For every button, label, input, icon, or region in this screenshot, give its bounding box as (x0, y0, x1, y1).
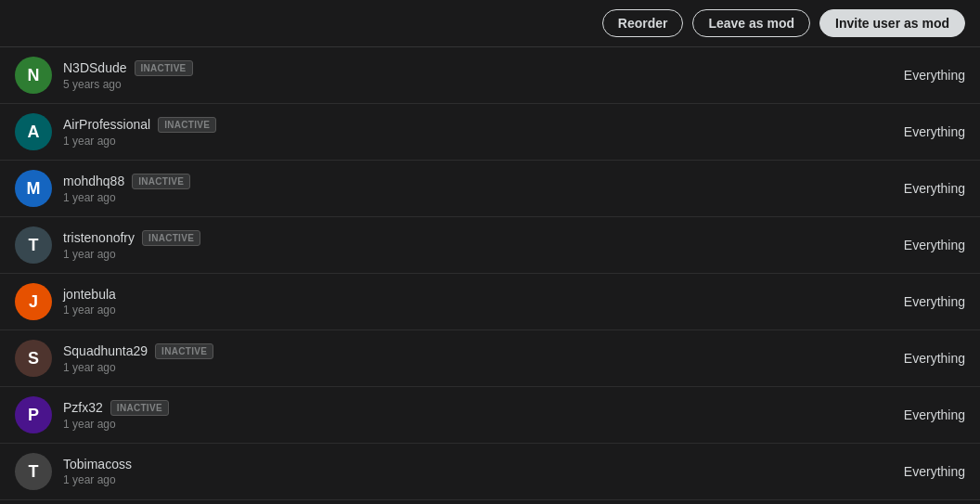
avatar: S (15, 340, 52, 377)
reorder-button[interactable]: Reorder (602, 9, 684, 37)
user-time: 1 year ago (63, 191, 190, 204)
inactive-badge: INACTIVE (158, 117, 216, 133)
username-row: mohdhq88 INACTIVE (63, 174, 190, 189)
avatar-initials: T (29, 236, 39, 255)
permissions-label: Everything (904, 407, 965, 422)
user-details: Pzfx32 INACTIVE 1 year ago (63, 400, 169, 431)
username-row: Tobimacoss (63, 457, 132, 472)
user-row[interactable]: S Squadhunta29 INACTIVE 1 year ago Every… (0, 330, 980, 387)
user-info-left: P Pzfx32 INACTIVE 1 year ago (15, 396, 169, 433)
user-info-left: T tristenonofry INACTIVE 1 year ago (15, 226, 200, 264)
permissions-label: Everything (904, 464, 965, 479)
permissions-label: Everything (904, 181, 965, 196)
user-details: Squadhunta29 INACTIVE 1 year ago (63, 343, 213, 374)
username-row: tristenonofry INACTIVE (63, 230, 200, 246)
permissions-label: Everything (904, 351, 965, 366)
user-info-left: J jontebula 1 year ago (15, 283, 116, 320)
user-info-left: T Tobimacoss 1 year ago (15, 453, 132, 490)
username: AirProfessional (63, 117, 150, 132)
inactive-badge: INACTIVE (110, 400, 169, 416)
user-info-left: A AirProfessional INACTIVE 1 year ago (15, 113, 216, 150)
avatar-initials: N (28, 66, 40, 85)
user-row[interactable]: M mohdhq88 INACTIVE 1 year ago Everythin… (0, 161, 980, 217)
inactive-badge: INACTIVE (155, 343, 213, 359)
username: N3DSdude (63, 60, 127, 75)
avatar-initials: M (27, 179, 41, 199)
inactive-badge: INACTIVE (142, 230, 200, 246)
header-bar: Reorder Leave as mod Invite user as mod (0, 0, 980, 47)
inactive-badge: INACTIVE (132, 174, 190, 189)
avatar-initials: P (28, 406, 39, 425)
inactive-badge: INACTIVE (135, 60, 193, 76)
user-list: N N3DSdude INACTIVE 5 years ago Everythi… (0, 47, 980, 500)
user-info-left: M mohdhq88 INACTIVE 1 year ago (15, 170, 190, 207)
user-time: 1 year ago (63, 361, 213, 374)
username-row: AirProfessional INACTIVE (63, 117, 216, 133)
user-info-left: N N3DSdude INACTIVE 5 years ago (15, 57, 193, 94)
user-row[interactable]: J jontebula 1 year ago Everything (0, 274, 980, 330)
avatar: P (15, 396, 52, 433)
user-time: 1 year ago (63, 473, 132, 486)
user-time: 1 year ago (63, 304, 116, 317)
username: tristenonofry (63, 230, 135, 245)
avatar: J (15, 283, 52, 320)
user-time: 1 year ago (63, 248, 200, 261)
avatar: M (15, 170, 52, 207)
avatar-initials: A (28, 123, 40, 142)
permissions-label: Everything (904, 68, 965, 83)
user-row[interactable]: N N3DSdude INACTIVE 5 years ago Everythi… (0, 47, 980, 104)
username-row: N3DSdude INACTIVE (63, 60, 193, 76)
username-row: Squadhunta29 INACTIVE (63, 343, 213, 359)
avatar: T (15, 453, 52, 490)
permissions-label: Everything (904, 124, 965, 139)
username-row: Pzfx32 INACTIVE (63, 400, 169, 416)
username: Squadhunta29 (63, 343, 148, 358)
avatar-initials: T (29, 462, 39, 482)
username: Tobimacoss (63, 457, 132, 472)
user-time: 5 years ago (63, 78, 193, 91)
permissions-label: Everything (904, 238, 965, 252)
user-row[interactable]: A AirProfessional INACTIVE 1 year ago Ev… (0, 104, 980, 161)
user-details: Tobimacoss 1 year ago (63, 457, 132, 486)
avatar: A (15, 113, 52, 150)
user-row[interactable]: T tristenonofry INACTIVE 1 year ago Ever… (0, 217, 980, 274)
user-details: N3DSdude INACTIVE 5 years ago (63, 60, 193, 91)
avatar: T (15, 226, 52, 264)
invite-mod-button[interactable]: Invite user as mod (819, 9, 965, 37)
user-details: AirProfessional INACTIVE 1 year ago (63, 117, 216, 148)
username: Pzfx32 (63, 400, 103, 415)
user-info-left: S Squadhunta29 INACTIVE 1 year ago (15, 340, 213, 377)
user-time: 1 year ago (63, 135, 216, 148)
user-details: jontebula 1 year ago (63, 287, 116, 317)
avatar-initials: J (29, 292, 38, 312)
user-details: mohdhq88 INACTIVE 1 year ago (63, 174, 190, 204)
user-details: tristenonofry INACTIVE 1 year ago (63, 230, 200, 261)
user-time: 1 year ago (63, 418, 169, 431)
username-row: jontebula (63, 287, 116, 302)
leave-mod-button[interactable]: Leave as mod (692, 9, 810, 37)
username: jontebula (63, 287, 116, 302)
permissions-label: Everything (904, 294, 965, 309)
user-row[interactable]: T Tobimacoss 1 year ago Everything (0, 444, 980, 500)
user-row[interactable]: P Pzfx32 INACTIVE 1 year ago Everything (0, 387, 980, 444)
avatar: N (15, 57, 52, 94)
username: mohdhq88 (63, 174, 124, 188)
avatar-initials: S (28, 349, 39, 368)
